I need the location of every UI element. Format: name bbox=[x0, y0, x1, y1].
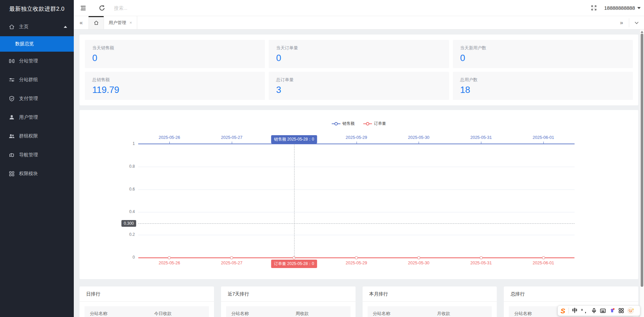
sidebar-item-label: 数据总览 bbox=[15, 41, 34, 47]
stat-label: 总订单量 bbox=[276, 77, 441, 83]
tabbar: « 用户管理 × » bbox=[74, 16, 644, 30]
skin-theme-icon[interactable] bbox=[609, 308, 615, 314]
sidebar-item-home[interactable]: 主页 bbox=[0, 17, 74, 36]
content: 当天销售额 0 当天订单量 0 当天新用户数 0 总销售额 119.79 bbox=[74, 30, 644, 317]
column-header: 分站名称 bbox=[226, 311, 296, 317]
tabs-scroll-right-button[interactable]: » bbox=[614, 16, 629, 29]
tab-user-manage[interactable]: 用户管理 × bbox=[104, 16, 137, 29]
sidebar-item-dashboard[interactable]: 数据总览 bbox=[0, 36, 74, 52]
x-axis-label-bottom: 2025-05-26 bbox=[159, 261, 180, 265]
stat-value: 0 bbox=[276, 53, 441, 63]
rank-panel-7days: 近7天排行 分站名称 周收款 bbox=[221, 286, 356, 317]
chevron-up-icon bbox=[64, 26, 67, 28]
sidebar-item-group-permissions[interactable]: 群组权限 bbox=[0, 127, 74, 146]
crosshair-vertical-line bbox=[294, 144, 294, 258]
topbar: 18888888888 bbox=[74, 0, 644, 16]
x-axis-label-top: 2025-06-01 bbox=[533, 135, 554, 140]
close-icon[interactable]: × bbox=[129, 20, 132, 25]
modules-grid-icon bbox=[9, 171, 15, 177]
table-header-row: 分站名称 月收款 bbox=[368, 306, 492, 317]
x-axis-tick bbox=[481, 142, 481, 144]
sidebar-item-label: 导航管理 bbox=[19, 152, 67, 158]
fullscreen-icon[interactable] bbox=[586, 0, 601, 16]
sidebar-item-substation-manage[interactable]: 分站管理 bbox=[0, 52, 74, 70]
rank-panel-month: 本月排行 分站名称 月收款 bbox=[363, 286, 497, 317]
y-axis-tick-label: 0 bbox=[117, 255, 135, 260]
keyboard-icon[interactable] bbox=[600, 308, 606, 313]
gridline bbox=[138, 190, 575, 190]
sidebar-item-payment[interactable]: 支付管理 bbox=[0, 89, 74, 108]
tab-home[interactable] bbox=[89, 16, 104, 29]
refresh-button[interactable] bbox=[93, 0, 111, 16]
sidebar-item-label: 主页 bbox=[19, 24, 64, 30]
app-window: 最新独立收款进群2.0 主页 数据总览 分站管理 分站群组 bbox=[0, 0, 644, 317]
ime-toolbar: S 中 °， bbox=[557, 305, 640, 316]
stats-grid: 当天销售额 0 当天订单量 0 当天新用户数 0 总销售额 119.79 bbox=[85, 40, 633, 100]
column-header: 月收款 bbox=[437, 311, 492, 317]
ime-divider bbox=[569, 308, 569, 314]
stat-label: 当天订单量 bbox=[276, 45, 441, 51]
x-axis-label-bottom: 2025-05-30 bbox=[408, 261, 429, 265]
stat-card-total-orders: 总订单量 3 bbox=[269, 72, 449, 100]
stat-value: 18 bbox=[460, 85, 626, 95]
crosshair-horizontal-line bbox=[138, 223, 575, 224]
tooltip-top-axis-label: 销售额 2025-05-28：0 bbox=[271, 135, 317, 144]
x-axis-label-top: 2025-05-31 bbox=[470, 135, 492, 140]
scrollbar-up-arrow[interactable] bbox=[641, 31, 643, 33]
sidebar-item-label: 用户管理 bbox=[19, 114, 67, 120]
stat-label: 当天销售额 bbox=[92, 45, 258, 51]
sidebar-item-navigation[interactable]: 导航管理 bbox=[0, 146, 74, 164]
gridline bbox=[138, 235, 575, 235]
x-axis-label-top: 2025-05-29 bbox=[346, 135, 367, 140]
scrollbar-thumb[interactable] bbox=[641, 34, 643, 287]
x-axis-label-top: 2025-05-27 bbox=[221, 135, 243, 140]
y-axis-tick-label: 0.8 bbox=[117, 164, 135, 169]
x-axis-tick bbox=[357, 142, 357, 144]
gridline bbox=[138, 212, 575, 212]
microphone-icon[interactable] bbox=[591, 308, 597, 313]
stats-panel: 当天销售额 0 当天订单量 0 当天新用户数 0 总销售额 119.79 bbox=[79, 35, 638, 105]
tabs-menu-button[interactable] bbox=[629, 16, 644, 29]
y-axis-tick-label: 0.2 bbox=[117, 232, 135, 237]
tabs-scroll-left-button[interactable]: « bbox=[74, 16, 89, 29]
emoji-sticker-icon[interactable] bbox=[627, 307, 635, 314]
sogou-logo-icon[interactable]: S bbox=[560, 307, 565, 314]
data-point-marker bbox=[355, 256, 358, 259]
sidebar-item-label: 群组权限 bbox=[19, 133, 67, 139]
x-axis-tick bbox=[232, 142, 232, 144]
sidebar-item-users[interactable]: 用户管理 bbox=[0, 108, 74, 127]
sidebar-item-permission-modules[interactable]: 权限模块 bbox=[0, 164, 74, 183]
x-axis-top-line bbox=[138, 144, 575, 144]
toolbox-grid-icon[interactable] bbox=[619, 308, 624, 313]
table-header-row: 分站名称 今日收款 bbox=[85, 306, 209, 317]
x-axis-label-bottom: 2025-06-01 bbox=[533, 261, 554, 265]
stat-card-today-orders: 当天订单量 0 bbox=[269, 40, 449, 68]
chart-panel: 销售额 订单量 销售额 2025-05-28：0 订单量 2025-05-28：… bbox=[79, 110, 638, 279]
home-icon bbox=[94, 20, 99, 25]
x-axis-label-top: 2025-05-30 bbox=[408, 135, 429, 140]
shield-check-icon bbox=[9, 96, 15, 102]
search-input[interactable] bbox=[114, 5, 188, 11]
table-header-row: 分站名称 周收款 bbox=[226, 306, 351, 317]
user-menu[interactable]: 18888888888 bbox=[601, 0, 644, 16]
chevron-down-icon bbox=[637, 7, 641, 9]
panel-title: 总排行 bbox=[504, 286, 638, 302]
collapse-sidebar-button[interactable] bbox=[74, 0, 93, 16]
tooltip-bottom-axis-label: 订单量 2025-05-28：0 bbox=[271, 260, 317, 268]
page-scrollbar[interactable] bbox=[640, 30, 644, 317]
user-phone: 18888888888 bbox=[604, 5, 635, 11]
sidebar-item-substation-groups[interactable]: 分站群组 bbox=[0, 70, 74, 89]
gridline bbox=[138, 167, 575, 167]
x-axis-label-bottom: 2025-05-31 bbox=[470, 261, 492, 265]
ime-language-mode[interactable]: 中 bbox=[572, 307, 578, 314]
stat-value: 3 bbox=[276, 85, 441, 95]
stat-value: 0 bbox=[92, 53, 258, 63]
stat-card-today-sales: 当天销售额 0 bbox=[85, 40, 265, 68]
data-point-marker bbox=[417, 256, 420, 259]
column-header: 今日收款 bbox=[154, 311, 209, 317]
ime-punctuation-icon[interactable]: °， bbox=[581, 308, 588, 313]
stat-label: 总销售额 bbox=[92, 77, 258, 83]
stat-label: 总用户数 bbox=[460, 77, 626, 83]
rankings-row: 日排行 分站名称 今日收款 近7天排行 分站名称 周收款 本月排行 bbox=[79, 286, 638, 317]
data-point-marker bbox=[480, 256, 483, 259]
